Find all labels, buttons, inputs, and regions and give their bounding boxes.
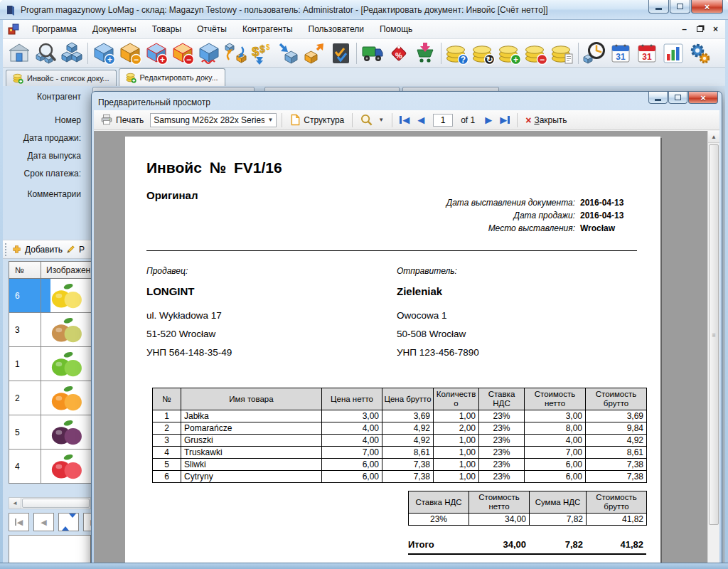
menu-item[interactable]: Пользователи: [301, 21, 372, 38]
first-page-button[interactable]: ◀: [397, 115, 412, 125]
history-clock-icon[interactable]: [582, 41, 607, 66]
preview-minimize-button[interactable]: [648, 92, 668, 104]
vat-rate: 23%: [409, 514, 469, 526]
warehouse-icon[interactable]: [6, 41, 32, 66]
preview-dialog-titlebar[interactable]: Предварительный просмотр ×: [94, 94, 719, 110]
svg-text:↻: ↻: [486, 54, 493, 64]
purchase-cart-icon[interactable]: [412, 41, 438, 66]
document-remove-icon[interactable]: −: [117, 41, 143, 66]
mdi-minimize-button[interactable]: –: [682, 23, 687, 36]
menu-item[interactable]: Товары: [144, 21, 189, 38]
products-group-icon[interactable]: [59, 41, 85, 66]
payment-document-icon[interactable]: [550, 41, 575, 66]
menu-item[interactable]: Документы: [85, 21, 144, 38]
seller-tax-id: УНП 564-148-35-49: [146, 344, 360, 362]
items-column-header: Количество: [434, 388, 479, 410]
item-number: 5: [153, 459, 181, 471]
payments-exchange-icon[interactable]: ↻: [471, 41, 496, 66]
printer-select[interactable]: Samsung M262x 282x Series ▼: [150, 113, 277, 127]
toolbar-separator: [392, 113, 392, 127]
minimize-icon: [655, 99, 661, 101]
scroll-up-arrow-icon[interactable]: ▲: [708, 131, 719, 143]
goods-receive-icon[interactable]: [275, 41, 301, 66]
issue-document-icon[interactable]: −: [170, 41, 196, 66]
item-number: 1: [153, 410, 181, 422]
close-preview-button[interactable]: × Закрыть: [523, 114, 569, 127]
column-header-number[interactable]: №: [9, 262, 41, 278]
payment-remove-icon[interactable]: −: [523, 41, 549, 66]
mdi-child-icon: [7, 23, 20, 36]
menu-item[interactable]: Программа: [24, 21, 85, 38]
last-bar-icon: [508, 116, 510, 124]
item-vat-rate: 23%: [479, 410, 525, 422]
coins-plus-icon: [126, 73, 136, 83]
zoom-button[interactable]: ▼: [358, 112, 387, 127]
mdi-close-button[interactable]: ×: [713, 23, 718, 36]
structure-button[interactable]: Структура: [287, 112, 347, 127]
sort-records-button[interactable]: [58, 513, 79, 531]
delivery-truck-icon[interactable]: [360, 41, 385, 66]
preview-restore-button[interactable]: [668, 92, 687, 104]
document-add-icon[interactable]: +: [91, 41, 117, 66]
search-products-icon[interactable]: [33, 41, 58, 66]
goods-issue-icon[interactable]: [301, 41, 327, 66]
mdi-restore-button[interactable]: [697, 26, 703, 32]
price-dollar-icon[interactable]: $$$: [249, 41, 274, 66]
sender-name: Zieleniak: [397, 285, 610, 297]
first-record-button[interactable]: ◀: [9, 513, 29, 531]
receipt-document-icon[interactable]: +: [144, 41, 169, 66]
vertical-scroll-thumb[interactable]: ≡: [709, 144, 719, 525]
menu-item[interactable]: Контрагенты: [235, 21, 301, 38]
minimize-icon: [655, 8, 662, 10]
close-icon: ×: [705, 2, 710, 11]
grid-horizontal-scrollbar[interactable]: ◄: [9, 497, 91, 509]
svg-text:+: +: [513, 54, 518, 64]
horizontal-scroll-thumb[interactable]: [22, 499, 90, 508]
svg-text:+: +: [107, 54, 112, 64]
page-number-input[interactable]: [433, 114, 453, 127]
discount-tag-icon[interactable]: %: [386, 41, 412, 66]
previous-record-button[interactable]: ◀: [33, 513, 54, 531]
preview-vertical-scrollbar[interactable]: ▲ ≡: [707, 131, 719, 569]
next-page-button[interactable]: ▶: [483, 115, 494, 125]
meta-value: 2016-04-13: [580, 198, 637, 208]
product-row[interactable]: 2: [9, 381, 94, 415]
add-item-button[interactable]: Добавить: [25, 245, 63, 255]
add-item-icon: [11, 244, 22, 255]
calendar-blue-icon[interactable]: 31: [608, 41, 633, 66]
column-header-image[interactable]: Изображен: [41, 262, 93, 278]
warehouse-transfer-icon[interactable]: [223, 41, 248, 66]
edit-item-button[interactable]: Р: [79, 245, 85, 255]
settings-gears-icon[interactable]: [687, 41, 712, 66]
calendar-red-icon[interactable]: 31: [634, 41, 660, 66]
payments-query-icon[interactable]: ?: [444, 41, 470, 66]
preview-close-button[interactable]: ×: [688, 92, 718, 104]
menu-item[interactable]: Помощь: [372, 21, 420, 38]
first-bar-icon: [400, 116, 402, 124]
last-page-button[interactable]: ▶: [498, 115, 512, 125]
correction-document-icon[interactable]: [196, 41, 222, 66]
tab-invoice-list[interactable]: Инвойс - список доку...: [6, 70, 117, 86]
window-titlebar[interactable]: Program magazynowy LoMag - склад: Magazy…: [0, 0, 728, 20]
product-row[interactable]: 6: [9, 279, 94, 313]
items-column-header: Цена брутто: [382, 388, 434, 410]
scroll-left-arrow-icon[interactable]: ◄: [9, 498, 21, 509]
product-row[interactable]: 3: [9, 313, 94, 347]
menu-item[interactable]: Отчёты: [189, 21, 235, 38]
vat-column-header: Стоимость нетто: [469, 491, 530, 514]
product-row[interactable]: 1: [9, 347, 94, 381]
payment-add-icon[interactable]: +: [497, 41, 523, 66]
previous-page-button[interactable]: ◀: [415, 115, 427, 125]
seller-city: 51-520 Wrocław: [146, 325, 360, 344]
sender-city: 50-508 Wrocław: [397, 325, 610, 344]
tab-edit-document[interactable]: Редактировать доку...: [119, 68, 225, 86]
inventory-checklist-icon[interactable]: [328, 41, 353, 66]
product-row[interactable]: 4: [9, 450, 94, 484]
window-minimize-button[interactable]: [648, 0, 669, 14]
statistics-chart-icon[interactable]: [660, 41, 686, 66]
item-gross-price: 3,69: [382, 410, 434, 422]
print-button[interactable]: Печать: [97, 112, 146, 127]
product-row[interactable]: 5: [9, 415, 94, 450]
window-restore-button[interactable]: [670, 0, 690, 14]
window-close-button[interactable]: ×: [691, 0, 723, 14]
